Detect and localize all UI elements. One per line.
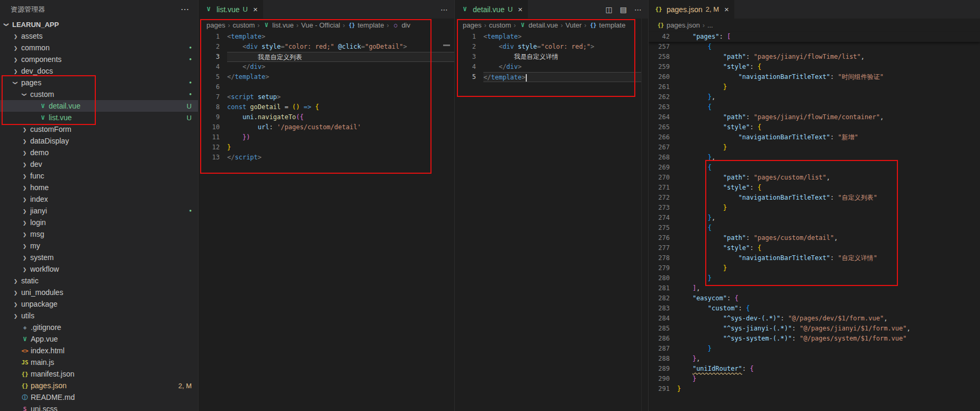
tree-item-common[interactable]: ❯common● [0, 42, 198, 53]
code-line-266[interactable]: 266 "navigationBarTitleText": "新增" [649, 132, 980, 142]
code-line-5[interactable]: 5</template> [455, 72, 648, 82]
more-actions-icon[interactable]: ⋯ [440, 5, 448, 14]
code-line-264[interactable]: 264 "path": "pages/jianyi/flowTime/conta… [649, 112, 980, 122]
breadcrumb-item-pages[interactable]: pages [463, 21, 481, 29]
tree-item-demo[interactable]: ❯demo [0, 147, 198, 158]
tree-item-list.vue[interactable]: Vlist.vueU [0, 112, 198, 123]
tree-item-dev[interactable]: ❯dev [0, 158, 198, 170]
tree-item-components[interactable]: ❯components● [0, 53, 198, 65]
tree-item-login[interactable]: ❯login [0, 217, 198, 228]
tree-item-uni_modules[interactable]: ❯uni_modules [0, 287, 198, 298]
scrollbar[interactable] [641, 19, 648, 411]
code-line-6[interactable]: 6 [199, 82, 454, 92]
code-line-9[interactable]: 9 uni.navigateTo({ [199, 112, 454, 122]
tree-item-func[interactable]: ❯func [0, 170, 198, 182]
code-area[interactable]: 1<template>2 <div style="color: red;">3 … [455, 32, 648, 82]
tree-item-index.html[interactable]: <>index.html [0, 345, 198, 356]
code-line-270[interactable]: 270 "path": "pages/custom/list", [649, 173, 980, 183]
code-line-261[interactable]: 261 } [649, 82, 980, 92]
tree-item-App.vue[interactable]: VApp.vue [0, 333, 198, 345]
breadcrumb-item-custom[interactable]: custom [489, 21, 511, 29]
code-line-273[interactable]: 273 } [649, 203, 980, 213]
tree-item-main.js[interactable]: JSmain.js [0, 356, 198, 368]
tree-item-static[interactable]: ❯static [0, 275, 198, 287]
code-line-265[interactable]: 265 "style": { [649, 122, 980, 132]
code-line-281[interactable]: 281 ], [649, 283, 980, 293]
code-line-271[interactable]: 271 "style": { [649, 183, 980, 193]
code-line-289[interactable]: 289 "uniIdRouter": { [649, 364, 980, 374]
tree-item-pages[interactable]: ❯pages● [0, 77, 198, 88]
code-line-1[interactable]: 1<template> [199, 32, 454, 42]
code-line-276[interactable]: 276 "path": "pages/custom/detail", [649, 233, 980, 243]
breadcrumb-item-custom[interactable]: custom [232, 21, 255, 29]
code-line-259[interactable]: 259 "style": { [649, 62, 980, 72]
code-line-42[interactable]: 42 "pages": [ [649, 32, 980, 42]
code-line-11[interactable]: 11 }) [199, 132, 454, 142]
code-area[interactable]: 42 "pages": [257 {258 "path": "pages/jia… [649, 32, 980, 394]
code-line-262[interactable]: 262 }, [649, 92, 980, 102]
tree-item-detail.vue[interactable]: Vdetail.vueU [0, 100, 198, 112]
tree-item-home[interactable]: ❯home [0, 182, 198, 193]
tree-item-unpackage[interactable]: ❯unpackage [0, 298, 198, 310]
code-line-3[interactable]: 3 我是自定义列表 [199, 52, 454, 62]
code-line-275[interactable]: 275 { [649, 223, 980, 233]
tree-item-msg[interactable]: ❯msg [0, 228, 198, 240]
code-line-285[interactable]: 285 "^sys-jianyi-(.*)": "@/pages/jianyi/… [649, 324, 980, 334]
close-icon[interactable]: × [724, 5, 729, 14]
tree-item-dev_docs[interactable]: ❯dev_docs [0, 65, 198, 77]
code-line-279[interactable]: 279 } [649, 263, 980, 273]
tab-pages-json[interactable]: {}pages.json2, M× [649, 0, 734, 19]
tree-item-uni.scss[interactable]: Suni.scss [0, 403, 198, 411]
tree-item-jianyi[interactable]: ❯jianyi● [0, 205, 198, 217]
code-line-263[interactable]: 263 { [649, 102, 980, 112]
split-editor-icon[interactable]: ◫ [606, 5, 613, 14]
tab-list-vue[interactable]: Vlist.vueU× [199, 0, 263, 19]
breadcrumb-item-pages[interactable]: pages [206, 21, 225, 29]
tree-item-dataDisplay[interactable]: ❯dataDisplay [0, 135, 198, 147]
code-line-1[interactable]: 1<template> [455, 32, 648, 42]
code-line-277[interactable]: 277 "style": { [649, 243, 980, 253]
code-line-10[interactable]: 10 url: '/pages/custom/detail' [199, 122, 454, 132]
code-line-269[interactable]: 269 { [649, 163, 980, 173]
code-area[interactable]: 1<template>2 <div style="color: red;" @c… [199, 32, 454, 163]
code-line-12[interactable]: 12} [199, 142, 454, 153]
tree-item-customForm[interactable]: ❯customForm [0, 123, 198, 135]
breadcrumb-item-template[interactable]: {}template [348, 21, 384, 29]
code-line-13[interactable]: 13</script> [199, 153, 454, 163]
code-line-290[interactable]: 290 } [649, 374, 980, 384]
tree-item-system[interactable]: ❯system [0, 252, 198, 263]
code-line-268[interactable]: 268 }, [649, 153, 980, 163]
code-line-283[interactable]: 283 "custom": { [649, 303, 980, 314]
breadcrumb-item-Vue - Official[interactable]: Vue - Official [301, 21, 340, 29]
code-line-284[interactable]: 284 "^sys-dev-(.*)": "@/pages/dev/$1/for… [649, 314, 980, 324]
code-line-291[interactable]: 291} [649, 384, 980, 394]
tree-item-utils[interactable]: ❯utils [0, 310, 198, 321]
code-line-287[interactable]: 287 } [649, 344, 980, 354]
breadcrumb-item-detail.vue[interactable]: Vdetail.vue [518, 21, 558, 29]
breadcrumb-item-...[interactable]: ... [707, 21, 713, 29]
code-line-4[interactable]: 4 </div> [455, 62, 648, 72]
breadcrumb-item-template[interactable]: {}template [589, 21, 626, 29]
code-line-282[interactable]: 282 "easycom": { [649, 293, 980, 303]
close-icon[interactable]: × [518, 5, 523, 14]
code-line-272[interactable]: 272 "navigationBarTitleText": "自定义列表" [649, 193, 980, 203]
close-icon[interactable]: × [253, 5, 258, 14]
code-line-257[interactable]: 257 { [649, 42, 980, 52]
breadcrumb-item-Vuter[interactable]: Vuter [565, 21, 582, 29]
tree-item-custom[interactable]: ❯custom● [0, 88, 198, 100]
code-line-258[interactable]: 258 "path": "pages/jianyi/flowTime/list"… [649, 52, 980, 62]
more-actions-icon[interactable]: ⋯ [634, 5, 642, 14]
code-line-4[interactable]: 4 </div> [199, 62, 454, 72]
code-line-7[interactable]: 7<script setup> [199, 92, 454, 102]
code-line-280[interactable]: 280 } [649, 273, 980, 283]
tab-detail-vue[interactable]: Vdetail.vueU× [455, 0, 528, 19]
tree-item-manifest.json[interactable]: {}manifest.json [0, 368, 198, 380]
tree-item-.gitignore[interactable]: ◈.gitignore [0, 321, 198, 333]
code-line-2[interactable]: 2 <div style="color: red;" @click="goDet… [199, 42, 454, 52]
code-line-288[interactable]: 288 }, [649, 354, 980, 364]
code-line-3[interactable]: 3 我是自定义详情 [455, 52, 648, 62]
tree-item-pages.json[interactable]: {}pages.json2, M [0, 380, 198, 391]
code-line-2[interactable]: 2 <div style="color: red;"> [455, 42, 648, 52]
code-line-5[interactable]: 5</template> [199, 72, 454, 82]
code-line-286[interactable]: 286 "^sys-system-(.*)": "@/pages/system/… [649, 334, 980, 344]
